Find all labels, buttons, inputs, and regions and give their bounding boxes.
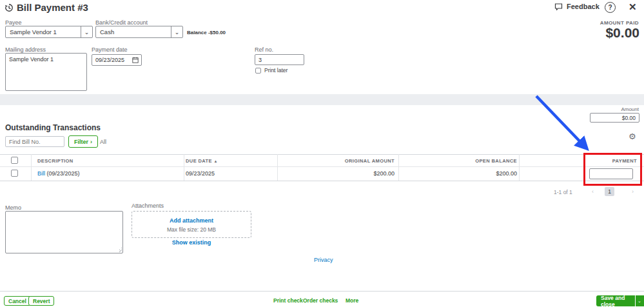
- memo-field[interactable]: [5, 211, 123, 253]
- speech-bubble-icon: [554, 3, 563, 10]
- attachments-label: Attachments: [132, 203, 164, 209]
- amount-paid-value: $0.00: [605, 25, 639, 41]
- print-later-checkbox[interactable]: [255, 68, 261, 74]
- history-clock-icon: [5, 3, 14, 12]
- cancel-button[interactable]: Cancel: [4, 296, 31, 306]
- pagination-next-icon[interactable]: ›: [632, 188, 634, 195]
- find-bill-input[interactable]: [5, 136, 64, 147]
- close-icon[interactable]: ✕: [629, 1, 637, 13]
- row-checkbox[interactable]: [11, 170, 18, 177]
- print-later-label: Print later: [264, 67, 288, 74]
- payee-select[interactable]: Sample Vendor 1 ⌄: [5, 26, 93, 38]
- table-border-bottom: [0, 181, 644, 181]
- filter-label: Filter: [74, 139, 88, 145]
- row-payment-input[interactable]: [589, 168, 633, 179]
- pagination-range: 1-1 of 1: [554, 189, 572, 195]
- bank-account-label: Bank/Credit account: [95, 19, 148, 26]
- column-divider: [519, 154, 520, 181]
- filter-all-text: All: [100, 139, 106, 145]
- table-border-top: [0, 154, 644, 155]
- mailing-address-field[interactable]: Sample Vendor 1: [5, 53, 87, 91]
- amount-label: Amount: [621, 106, 639, 112]
- due-date-label: DUE DATE: [186, 158, 212, 164]
- revert-button[interactable]: Revert: [28, 296, 54, 306]
- outstanding-transactions-heading: Outstanding Transactions: [5, 123, 101, 132]
- print-check-button[interactable]: Print check: [273, 297, 303, 304]
- more-button[interactable]: More: [346, 297, 358, 304]
- payee-label: Payee: [5, 19, 22, 26]
- print-later-option[interactable]: Print later: [255, 67, 288, 74]
- mailing-address-label: Mailing address: [5, 46, 46, 53]
- ref-no-label: Ref no.: [255, 46, 273, 53]
- payee-value: Sample Vendor 1: [6, 28, 81, 35]
- chevron-down-icon: ⌄: [81, 26, 92, 37]
- table-header-border: [0, 166, 644, 167]
- table-row-description: Bill (09/23/2025): [37, 170, 80, 177]
- ref-no-field[interactable]: [255, 54, 304, 65]
- section-divider-band: [0, 94, 644, 105]
- bill-payment-window: Bill Payment #3 Feedback ? ✕ Payee Sampl…: [0, 0, 644, 307]
- column-divider: [277, 154, 278, 181]
- chevron-down-icon: ⌄: [638, 299, 641, 304]
- page-title: Bill Payment #3: [17, 2, 88, 13]
- calendar-icon: [132, 57, 139, 63]
- privacy-link[interactable]: Privacy: [314, 257, 333, 263]
- chevron-right-icon: ›: [90, 139, 92, 145]
- bill-date-suffix: (09/23/2025): [45, 170, 80, 177]
- gear-icon[interactable]: ⚙: [629, 132, 636, 141]
- add-attachment-link[interactable]: Add attachment: [132, 217, 251, 224]
- save-options-dropdown[interactable]: ⌄: [635, 295, 643, 306]
- feedback-label: Feedback: [567, 3, 600, 10]
- filter-button[interactable]: Filter ›: [68, 135, 98, 148]
- resize-handle[interactable]: [117, 248, 122, 252]
- sort-asc-icon: ▲: [213, 159, 217, 163]
- column-divider: [583, 154, 584, 181]
- select-all-checkbox[interactable]: [11, 157, 18, 164]
- balance-text: Balance -$50.00: [187, 30, 226, 35]
- col-header-open-balance[interactable]: OPEN BALANCE: [475, 158, 517, 164]
- table-row-original-amount: $200.00: [373, 170, 395, 177]
- table-row-due-date: 09/23/2025: [186, 170, 215, 177]
- pagination-prev-icon[interactable]: ‹: [592, 188, 594, 195]
- payment-date-value: 09/23/2025: [92, 57, 132, 63]
- col-header-due-date[interactable]: DUE DATE ▲: [186, 158, 218, 164]
- attachment-dropzone[interactable]: Add attachment Max file size: 20 MB: [132, 211, 251, 238]
- column-divider: [31, 154, 32, 181]
- table-row-open-balance: $200.00: [496, 170, 517, 177]
- pagination-page-1[interactable]: 1: [605, 187, 614, 196]
- amount-field[interactable]: [590, 113, 639, 123]
- chevron-down-icon: ⌄: [171, 26, 182, 37]
- help-glyph: ?: [608, 4, 612, 11]
- bank-account-select[interactable]: Cash ⌄: [95, 26, 183, 38]
- col-header-description[interactable]: DESCRIPTION: [37, 158, 73, 164]
- show-existing-link[interactable]: Show existing: [132, 239, 251, 246]
- memo-label: Memo: [5, 204, 21, 211]
- order-checks-button[interactable]: Order checks: [303, 297, 338, 304]
- column-divider: [184, 154, 184, 181]
- payment-date-field[interactable]: 09/23/2025: [92, 54, 142, 66]
- max-file-size-text: Max file size: 20 MB: [132, 226, 251, 233]
- payment-date-label: Payment date: [92, 46, 128, 53]
- bank-account-value: Cash: [96, 28, 171, 35]
- col-header-original-amount[interactable]: ORIGINAL AMOUNT: [345, 158, 395, 164]
- bill-link[interactable]: Bill: [37, 170, 45, 177]
- help-button[interactable]: ?: [605, 2, 616, 13]
- feedback-button[interactable]: Feedback: [554, 3, 600, 10]
- close-glyph: ✕: [629, 1, 637, 12]
- col-header-payment[interactable]: PAYMENT: [612, 158, 637, 164]
- column-divider: [398, 154, 399, 181]
